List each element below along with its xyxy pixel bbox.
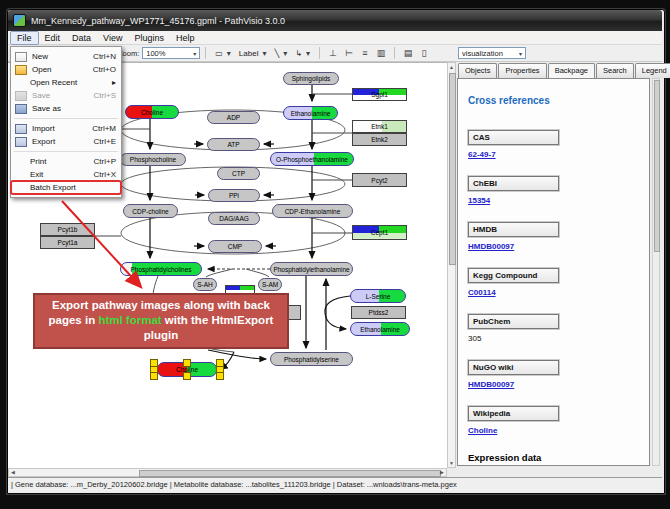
canvas-vertical-scrollbar[interactable]: ▲ ▼ [447,62,456,468]
node-ctp[interactable]: CTP [217,167,260,180]
tab-legend[interactable]: Legend [635,63,670,78]
backpage-section-header: CAS [468,130,559,145]
node-pcyt1a[interactable]: Pcyt1a [40,236,95,249]
node-ptdss2[interactable]: Ptdss2 [351,306,406,319]
node-l-serine[interactable]: L-Serine [350,289,406,303]
window-title: Mm_Kennedy_pathway_WP1771_45176.gpml - P… [31,16,285,26]
node-etnk1[interactable]: Etnk1 [352,120,407,133]
node-sgpl1[interactable]: Sgpl1 [352,88,407,101]
scroll-right-icon[interactable]: ▶ [438,469,446,476]
menu-item-open[interactable]: OpenCtrl+O [11,63,121,76]
selection-handle[interactable] [216,372,224,380]
menu-item-import[interactable]: ImportCtrl+M [11,122,121,135]
backpage-link[interactable]: HMDB00097 [468,242,649,252]
menubar-edit[interactable]: Edit [39,32,67,44]
menu-bar: FileEditDataViewPluginsHelp [8,31,662,45]
menubar-view[interactable]: View [97,32,128,44]
visualization-combobox[interactable]: visualization ▾ [458,47,526,59]
backpage-sections: CAS62-49-7ChEBI15354HMDBHMDB00097Kegg Co… [468,130,649,436]
node-pcyt2[interactable]: Pcyt2 [352,173,407,187]
selection-handle[interactable] [183,359,191,367]
menubar-data[interactable]: Data [66,32,97,44]
gene-tool-button[interactable]: ▭ ▾ [212,46,234,61]
node-sphingolipids[interactable]: Sphingolipids [283,72,339,85]
line-tool-button[interactable]: ╲ ▾ [271,46,290,61]
node-s-am[interactable]: S-AM [258,278,282,291]
menu-item-exit[interactable]: ExitCtrl+X [11,168,121,181]
zoom-combobox[interactable]: 100% ▾ [142,47,200,59]
node-choline[interactable]: Choline [157,362,217,377]
chevron-down-icon: ▾ [189,50,196,57]
menu-item-open-recent[interactable]: Open Recent▸ [11,76,121,89]
node-phosphocholine[interactable]: Phosphocholine [120,153,186,166]
stack-vertical-icon[interactable]: ≡ [357,48,373,58]
node-phosphatidylserine[interactable]: Phosphatidylserine [270,352,353,366]
backpage-section-header: NuGO wiki [468,360,559,375]
node-ethanolamine[interactable]: Ethanolamine [283,106,338,120]
tab-objects[interactable]: Objects [458,63,497,78]
menu-item-export[interactable]: ExportCtrl+E [11,135,121,148]
menu-item-save[interactable]: SaveCtrl+S [11,89,121,102]
node-phosphatidylethanolamine[interactable]: Phosphatidylethanolamine [270,262,353,276]
align-center-x-icon[interactable]: ⊥ [325,48,341,58]
save-icon [15,91,27,101]
scrollbar-thumb[interactable] [654,80,660,252]
node-o-phosphoethanolamine[interactable]: O-Phosphoethanolamine [270,152,354,166]
selection-handle[interactable] [150,372,158,380]
node-atp[interactable]: ATP [207,138,260,151]
node-cept1[interactable]: Cept1 [352,225,407,240]
annotation-text: with the HtmlExport plugin [144,314,274,341]
backpage-link[interactable]: 15354 [468,196,649,206]
backpage-panel: Cross references CAS62-49-7ChEBI15354HMD… [457,78,650,466]
menu-item-print[interactable]: PrintCtrl+P [11,155,121,168]
distribute-icon[interactable]: ▤ [400,48,416,58]
backpage-value: 305 [468,334,649,344]
panel-scrollbar[interactable] [652,78,660,466]
node-cdp-choline[interactable]: CDP-choline [123,204,178,218]
node-s-ah[interactable]: S-AH [193,278,217,291]
no-icon [15,158,25,166]
backpage-section-pubchem: PubChem305 [468,314,649,344]
tab-properties[interactable]: Properties [498,63,546,78]
tab-search[interactable]: Search [596,63,634,78]
menubar-file[interactable]: File [10,31,39,45]
align-center-y-icon[interactable]: ⊢ [341,48,357,58]
tab-backpage[interactable]: Backpage [548,63,595,78]
scroll-down-icon[interactable]: ▼ [448,459,455,467]
menu-item-batch-export[interactable]: Batch Export [11,181,121,194]
backpage-section-header: PubChem [468,314,559,329]
backpage-link[interactable]: 62-49-7 [468,150,649,160]
page-setup-icon[interactable]: ▯ [416,48,432,58]
scroll-up-icon[interactable]: ▲ [448,63,455,71]
node-ppi[interactable]: PPi [208,189,260,202]
node-pcyt1b[interactable]: Pcyt1b [40,223,95,236]
backpage-link[interactable]: C00114 [468,288,649,298]
label-tool-button[interactable]: Label ▾ [236,46,270,61]
node-ethanolamine[interactable]: Ethanolamine [350,322,410,336]
backpage-link[interactable]: HMDB00097 [468,380,649,390]
node-dag-aag[interactable]: DAG/AAG [208,212,260,225]
node-cmp[interactable]: CMP [208,240,262,253]
selection-handle[interactable] [183,372,191,380]
save-as-icon [15,104,27,114]
scrollbar-thumb[interactable] [139,470,441,477]
scroll-left-icon[interactable]: ◀ [9,469,17,476]
menu-item-new[interactable]: NewCtrl+N [11,50,121,63]
menubar-help[interactable]: Help [170,32,201,44]
node-choline[interactable]: Choline [125,105,179,119]
backpage-section-header: Wikipedia [468,406,559,421]
connector-tool-button[interactable]: ↳ ▾ [292,46,313,61]
node-adp[interactable]: ADP [207,111,260,124]
no-icon [15,184,25,192]
menu-item-save-as[interactable]: Save as [11,102,121,115]
menubar-plugins[interactable]: Plugins [128,32,170,44]
node-phosphatidylcholines[interactable]: Phosphatidylcholines [120,262,202,276]
title-bar[interactable]: Mm_Kennedy_pathway_WP1771_45176.gpml - P… [8,10,662,31]
node-etnk2[interactable]: Etnk2 [352,133,407,146]
canvas-horizontal-scrollbar[interactable]: ◀ ▶ [8,468,447,477]
scrollbar-thumb[interactable] [449,73,456,265]
stack-horizontal-icon[interactable]: ▥ [373,48,389,58]
node-cdp-ethanolamine[interactable]: CDP-Ethanolamine [272,204,353,218]
backpage-link[interactable]: Choline [468,426,649,436]
backpage-section-header: Kegg Compound [468,268,559,283]
